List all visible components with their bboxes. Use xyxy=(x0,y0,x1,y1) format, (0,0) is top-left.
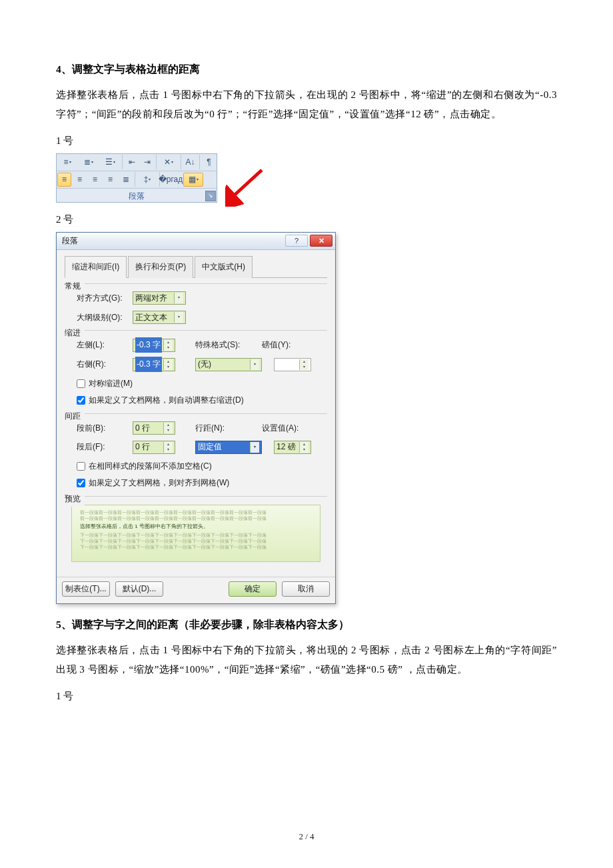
by-label: 磅值(Y): xyxy=(262,337,299,353)
default-button[interactable]: 默认(D)... xyxy=(115,581,163,597)
paragraph-dialog: 段落 ? ✕ 缩进和间距(I) 换行和分页(P) 中文版式(H) 常规 对齐方式… xyxy=(56,232,336,604)
figure-label-2: 2 号 xyxy=(56,210,557,229)
by-spinner[interactable]: ▴▾ xyxy=(274,358,311,371)
ok-button[interactable]: 确定 xyxy=(229,581,277,597)
preview-pane: 前一段落前一段落前一段落前一段落前一段落前一段落前一段落前一段落前一段落前一段落… xyxy=(71,505,320,562)
section-body-4: 选择整张表格后，点击 1 号图标中右下角的下拉箭头，在出现的 2 号图标中，将“… xyxy=(56,85,557,123)
align-distribute-icon[interactable]: ≣ xyxy=(119,173,133,187)
at-label: 设置值(A): xyxy=(262,421,299,436)
tab-indent-spacing[interactable]: 缩进和间距(I) xyxy=(65,256,127,278)
special-format-label: 特殊格式(S): xyxy=(195,337,247,353)
indent-left-spinner[interactable]: -0.3 字▴▾ xyxy=(133,339,175,352)
close-button[interactable]: ✕ xyxy=(310,235,332,247)
align-right-icon[interactable]: ≡ xyxy=(88,173,102,187)
spacing-legend: 间距 xyxy=(65,409,85,424)
increase-indent-icon[interactable]: ⇥ xyxy=(140,155,154,169)
sort-icon[interactable]: A↓ xyxy=(183,155,197,169)
borders-icon[interactable]: ▦▾ xyxy=(183,173,203,187)
ribbon-paragraph-group: ≡▾ ≣▾ ☰▾ ⇤ ⇥ ✕▾ A↓ ¶ ≡ ≡ ≡ ≡ ≣ ‡▾ xyxy=(56,153,217,203)
indent-right-label: 右侧(R): xyxy=(77,357,129,372)
shading-icon[interactable]: �ргад▾ xyxy=(162,173,182,187)
line-spacing-select[interactable]: 固定值▾ xyxy=(195,441,262,454)
decrease-indent-icon[interactable]: ⇤ xyxy=(125,155,139,169)
alignment-select[interactable]: 两端对齐▾ xyxy=(133,291,186,305)
tabs-button[interactable]: 制表位(T)... xyxy=(62,581,110,597)
mirror-indent-checkbox[interactable]: 对称缩进(M) xyxy=(77,376,327,391)
cancel-button[interactable]: 取消 xyxy=(282,581,330,597)
ribbon-caption: 段落 xyxy=(129,191,145,201)
align-center-icon[interactable]: ≡ xyxy=(73,173,87,187)
dialog-title: 段落 xyxy=(62,233,78,249)
page-number: 2 / 4 xyxy=(0,829,613,845)
asian-layout-icon[interactable]: ✕▾ xyxy=(159,155,179,169)
space-after-label: 段后(F): xyxy=(77,439,129,455)
special-format-select[interactable]: (无)▾ xyxy=(195,358,262,371)
bullets-icon[interactable]: ≡▾ xyxy=(57,155,77,169)
section-body-5: 选择整张表格后，点击 1 号图标中右下角的下拉箭头，将出现的 2 号图标，点击 … xyxy=(56,641,557,679)
indent-right-spinner[interactable]: -0.3 字▴▾ xyxy=(133,358,175,371)
indent-legend: 缩进 xyxy=(65,325,85,341)
space-after-spinner[interactable]: 0 行▴▾ xyxy=(133,441,175,454)
numbering-icon[interactable]: ≣▾ xyxy=(79,155,99,169)
align-left-icon[interactable]: ≡ xyxy=(57,173,71,187)
space-before-spinner[interactable]: 0 行▴▾ xyxy=(133,421,175,435)
dialog-launcher-icon[interactable]: ↘ xyxy=(205,191,216,201)
snap-to-grid-checkbox[interactable]: 如果定义了文档网格，则对齐到网格(W) xyxy=(77,475,327,491)
at-spinner[interactable]: 12 磅▴▾ xyxy=(274,441,311,454)
general-legend: 常规 xyxy=(65,279,85,294)
tab-line-page-breaks[interactable]: 换行和分页(P) xyxy=(128,256,193,278)
figure-label-1b: 1 号 xyxy=(56,687,557,706)
section-heading-5: 5、调整字与字之间的距离（非必要步骤，除非表格内容太多） xyxy=(56,615,557,634)
svg-line-0 xyxy=(231,170,262,199)
auto-right-indent-checkbox[interactable]: 如果定义了文档网格，则自动调整右缩进(D) xyxy=(77,393,327,408)
preview-legend: 预览 xyxy=(65,491,85,507)
tab-asian-typography[interactable]: 中文版式(H) xyxy=(195,256,253,278)
figure-label-1: 1 号 xyxy=(56,131,557,151)
red-arrow-annotation xyxy=(225,167,265,207)
outline-select[interactable]: 正文文本▾ xyxy=(133,311,186,324)
multilevel-list-icon[interactable]: ☰▾ xyxy=(100,155,120,169)
help-button[interactable]: ? xyxy=(285,235,308,247)
line-spacing-label: 行距(N): xyxy=(195,421,247,436)
section-heading-4: 4、调整文字与表格边框的距离 xyxy=(56,59,557,79)
line-spacing-icon[interactable]: ‡▾ xyxy=(137,173,157,187)
align-justify-icon[interactable]: ≡ xyxy=(103,173,117,187)
no-space-same-style-checkbox[interactable]: 在相同样式的段落间不添加空格(C) xyxy=(77,459,327,474)
outline-label: 大纲级别(O): xyxy=(77,310,129,325)
show-marks-icon[interactable]: ¶ xyxy=(202,155,216,169)
